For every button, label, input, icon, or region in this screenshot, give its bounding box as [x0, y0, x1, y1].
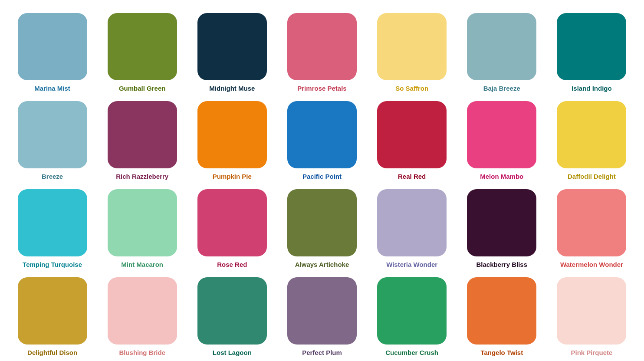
- color-label: Tangelo Twist: [480, 349, 523, 357]
- color-item[interactable]: Mint Macaron: [99, 189, 185, 269]
- color-item[interactable]: Marina Mist: [10, 13, 95, 92]
- color-item[interactable]: Blackberry Bliss: [459, 189, 545, 269]
- color-item[interactable]: So Saffron: [369, 13, 455, 92]
- color-item[interactable]: Watermelon Wonder: [549, 189, 634, 269]
- color-swatch: [557, 101, 626, 168]
- color-swatch: [287, 189, 357, 256]
- color-label: Island Indigo: [572, 85, 612, 92]
- color-swatch: [287, 277, 357, 345]
- color-swatch: [557, 277, 626, 345]
- color-item[interactable]: Real Red: [369, 101, 455, 180]
- color-label: Midnight Muse: [209, 85, 255, 92]
- color-item[interactable]: Midnight Muse: [189, 13, 275, 92]
- color-swatch: [377, 13, 447, 80]
- color-swatch: [467, 189, 536, 256]
- color-label: Marina Mist: [34, 85, 70, 92]
- color-swatch: [197, 101, 267, 168]
- color-swatch: [287, 13, 357, 80]
- color-item[interactable]: Cucumber Crush: [369, 277, 455, 357]
- color-item[interactable]: Island Indigo: [549, 13, 634, 92]
- color-item[interactable]: Daffodil Delight: [549, 101, 634, 180]
- color-item[interactable]: Pink Pirquete: [549, 277, 634, 357]
- color-label: Breeze: [42, 173, 63, 180]
- color-swatch: [557, 189, 626, 256]
- color-item[interactable]: Perfect Plum: [279, 277, 365, 357]
- color-item[interactable]: Baja Breeze: [459, 13, 545, 92]
- color-label: Gumball Green: [119, 85, 166, 92]
- color-swatch: [108, 277, 177, 345]
- color-swatch: [467, 13, 536, 80]
- color-swatch: [377, 101, 447, 168]
- color-item[interactable]: Always Artichoke: [279, 189, 365, 269]
- color-swatch: [467, 277, 536, 345]
- color-label: Primrose Petals: [297, 85, 346, 92]
- color-label: Always Artichoke: [295, 261, 349, 269]
- color-label: Lost Lagoon: [213, 349, 252, 357]
- color-item[interactable]: Temping Turquoise: [10, 189, 95, 269]
- color-swatch: [18, 13, 87, 80]
- color-label: Real Red: [398, 173, 426, 180]
- color-label: Temping Turquoise: [23, 261, 82, 269]
- color-swatch: [18, 189, 87, 256]
- color-swatch: [108, 101, 177, 168]
- color-swatch: [108, 189, 177, 256]
- color-label: Pink Pirquete: [571, 349, 612, 357]
- color-item[interactable]: Breeze: [10, 101, 95, 180]
- color-label: Pacific Point: [302, 173, 342, 180]
- color-item[interactable]: Melon Mambo: [459, 101, 545, 180]
- color-swatch: [467, 101, 536, 168]
- color-swatch: [18, 277, 87, 345]
- color-label: Rich Razzleberry: [116, 173, 168, 180]
- color-swatch: [18, 101, 87, 168]
- color-swatch: [108, 13, 177, 80]
- color-item[interactable]: Lost Lagoon: [189, 277, 275, 357]
- color-swatch: [377, 277, 447, 345]
- color-item[interactable]: Rich Razzleberry: [99, 101, 185, 180]
- color-label: Melon Mambo: [480, 173, 523, 180]
- color-label: Wisteria Wonder: [386, 261, 437, 269]
- color-item[interactable]: Delightful Dison: [10, 277, 95, 357]
- color-label: Daffodil Delight: [568, 173, 616, 180]
- color-swatch: [197, 13, 267, 80]
- color-item[interactable]: Primrose Petals: [279, 13, 365, 92]
- color-swatch: [557, 13, 626, 80]
- color-label: Baja Breeze: [483, 85, 520, 92]
- color-label: Perfect Plum: [302, 349, 342, 357]
- color-label: Watermelon Wonder: [560, 261, 623, 269]
- color-item[interactable]: Pacific Point: [279, 101, 365, 180]
- color-grid: Marina MistGumball GreenMidnight MusePri…: [10, 13, 634, 357]
- color-swatch: [197, 277, 267, 345]
- color-item[interactable]: Pumpkin Pie: [189, 101, 275, 180]
- color-label: Blackberry Bliss: [476, 261, 527, 269]
- color-label: Blushing Bride: [119, 349, 165, 357]
- color-item[interactable]: Blushing Bride: [99, 277, 185, 357]
- color-item[interactable]: Rose Red: [189, 189, 275, 269]
- color-label: Mint Macaron: [121, 261, 163, 269]
- color-item[interactable]: Tangelo Twist: [459, 277, 545, 357]
- color-swatch: [197, 189, 267, 256]
- color-label: Rose Red: [217, 261, 247, 269]
- color-swatch: [377, 189, 447, 256]
- color-label: Delightful Dison: [27, 349, 77, 357]
- color-label: Pumpkin Pie: [213, 173, 252, 180]
- color-item[interactable]: Gumball Green: [99, 13, 185, 92]
- color-label: Cucumber Crush: [385, 349, 438, 357]
- color-item[interactable]: Wisteria Wonder: [369, 189, 455, 269]
- color-swatch: [287, 101, 357, 168]
- color-label: So Saffron: [395, 85, 428, 92]
